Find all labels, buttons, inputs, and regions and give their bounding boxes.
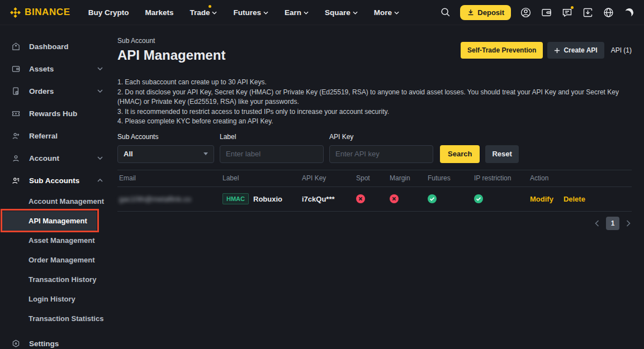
sidebar-subitem-account-management[interactable]: Account Management	[0, 192, 112, 211]
nav-item-square[interactable]: Square	[325, 8, 358, 17]
sub-accounts-people-icon	[11, 176, 21, 185]
column-header-api-key: API Key	[300, 174, 354, 182]
breadcrumb: Sub Account	[117, 37, 225, 45]
sidebar: Dashboard Assets Orders Rewards Hub	[0, 25, 112, 349]
sidebar-item-account[interactable]: Account	[0, 147, 112, 169]
referral-person-plus-icon	[11, 131, 21, 141]
spot-status-disabled-icon	[354, 194, 388, 203]
api-key-masked: i7ckQu***	[300, 195, 354, 203]
next-page-icon[interactable]	[626, 220, 631, 227]
create-api-button[interactable]: Create API	[547, 42, 604, 59]
sidebar-subitem-transaction-statistics[interactable]: Transaction Statistics	[0, 309, 112, 328]
api-keys-table: Email Label API Key Spot Margin Futures …	[117, 170, 632, 212]
label-filter-label: Label	[220, 133, 324, 141]
column-header-margin: Margin	[388, 174, 426, 182]
sidebar-subitem-transaction-history[interactable]: Transaction History	[0, 270, 112, 289]
modify-link[interactable]: Modify	[530, 195, 553, 203]
previous-page-icon[interactable]	[595, 220, 599, 227]
language-globe-icon[interactable]	[602, 6, 614, 18]
column-header-futures: Futures	[426, 174, 472, 182]
nav-item-trade[interactable]: Trade	[190, 8, 217, 17]
search-button[interactable]: Search	[440, 145, 480, 163]
hmac-badge: HMAC	[222, 193, 249, 204]
trade-notification-dot	[209, 5, 211, 8]
chevron-down-icon	[212, 11, 217, 15]
top-bar-actions: Deposit	[439, 5, 635, 20]
download-app-icon[interactable]	[581, 6, 594, 18]
nav-item-buy-crypto[interactable]: Buy Crypto	[88, 8, 129, 17]
column-header-email: Email	[117, 174, 221, 182]
dark-mode-moon-icon[interactable]	[623, 6, 635, 18]
label-cell: HMAC Robuxio	[221, 193, 300, 204]
chevron-down-icon	[97, 67, 103, 70]
nav-item-earn[interactable]: Earn	[285, 8, 309, 17]
note-line: 2. Do not disclose your API Key, Secret …	[117, 88, 632, 107]
futures-status-enabled-icon	[426, 194, 472, 203]
caret-down-icon	[203, 152, 208, 155]
home-icon	[11, 42, 21, 51]
reset-button[interactable]: Reset	[485, 145, 518, 163]
sidebar-item-orders[interactable]: Orders	[0, 80, 112, 102]
action-cell: Modify Delete	[528, 195, 632, 203]
wallet-icon	[11, 64, 21, 74]
main-content: Sub Account API Management Self-Trade Pr…	[112, 25, 644, 349]
plus-icon	[554, 47, 560, 54]
note-line: 4. Please complete KYC before creating a…	[117, 117, 632, 127]
column-header-label: Label	[221, 174, 300, 182]
api-notes: 1. Each subaccount can create up to 30 A…	[117, 78, 632, 127]
sub-accounts-select[interactable]: All	[117, 145, 214, 163]
margin-status-disabled-icon	[388, 194, 426, 203]
self-trade-prevention-button[interactable]: Self-Trade Prevention	[461, 42, 543, 59]
deposit-button[interactable]: Deposit	[460, 5, 511, 20]
binance-logo-text: BINANCE	[25, 7, 70, 18]
chevron-down-icon	[304, 11, 309, 15]
rewards-ticket-icon	[11, 109, 21, 118]
delete-link[interactable]: Delete	[564, 195, 585, 203]
chevron-down-icon	[263, 11, 268, 15]
orders-document-icon	[11, 87, 21, 96]
top-navigation: Buy Crypto Markets Trade Futures Earn Sq…	[88, 8, 399, 17]
profile-icon[interactable]	[519, 6, 532, 18]
nav-item-markets[interactable]: Markets	[145, 8, 173, 17]
sub-accounts-filter-label: Sub Accounts	[117, 133, 214, 141]
sidebar-item-rewards-hub[interactable]: Rewards Hub	[0, 102, 112, 125]
api-count-label: API (1)	[611, 46, 632, 54]
table-header-row: Email Label API Key Spot Margin Futures …	[117, 170, 632, 187]
deposit-arrow-icon	[467, 8, 475, 16]
api-key-filter-label: API Key	[329, 133, 433, 141]
nav-item-futures[interactable]: Futures	[233, 8, 268, 17]
account-person-icon	[11, 154, 21, 163]
sidebar-subitem-order-management[interactable]: Order Management	[0, 250, 112, 270]
page-title: API Management	[117, 47, 225, 63]
top-bar: BINANCE Buy Crypto Markets Trade Futures…	[0, 0, 644, 25]
gear-icon	[11, 339, 21, 348]
chevron-up-icon	[97, 179, 103, 182]
label-input[interactable]	[220, 145, 324, 163]
binance-logo[interactable]: BINANCE	[10, 7, 70, 18]
ip-restriction-status-enabled-icon	[472, 194, 528, 203]
chevron-down-icon	[353, 11, 358, 15]
sidebar-item-settings[interactable]: Settings	[0, 332, 112, 349]
column-header-spot: Spot	[354, 174, 388, 182]
chat-notification-dot	[571, 6, 574, 9]
page-number-current[interactable]: 1	[606, 217, 619, 230]
sidebar-item-assets[interactable]: Assets	[0, 58, 112, 80]
chat-icon[interactable]	[561, 6, 573, 18]
pagination: 1	[117, 217, 632, 230]
sidebar-item-sub-accounts[interactable]: Sub Accounts	[0, 169, 112, 192]
column-header-ip-restriction: IP restriction	[472, 174, 528, 182]
sidebar-subitem-api-management[interactable]: API Management	[2, 211, 97, 231]
wallet-icon[interactable]	[540, 6, 552, 18]
chevron-down-icon	[394, 11, 399, 15]
nav-item-more[interactable]: More	[374, 8, 399, 17]
email-cell-redacted: gac10th@metaflink.co	[117, 195, 221, 203]
sidebar-subitem-asset-management[interactable]: Asset Management	[0, 231, 112, 250]
sidebar-subitem-login-history[interactable]: Login History	[0, 289, 112, 309]
column-header-action: Action	[528, 174, 632, 182]
note-line: 1. Each subaccount can create up to 30 A…	[117, 78, 632, 88]
sidebar-item-dashboard[interactable]: Dashboard	[0, 35, 112, 58]
search-icon[interactable]	[439, 6, 452, 18]
sidebar-item-referral[interactable]: Referral	[0, 125, 112, 147]
chevron-down-icon	[97, 89, 103, 93]
api-key-input[interactable]	[329, 145, 433, 163]
